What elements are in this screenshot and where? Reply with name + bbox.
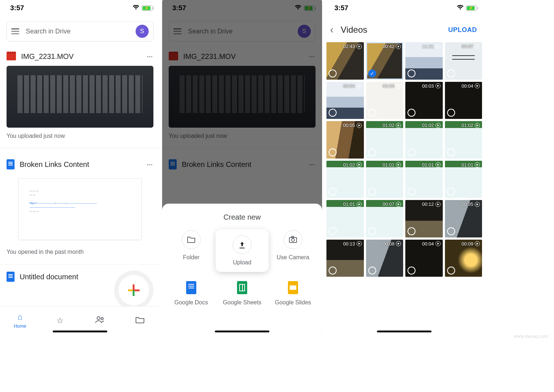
doc-thumbnail[interactable]: — — —— — https://———————/————/——————————… <box>7 175 153 244</box>
wifi-icon <box>132 4 140 12</box>
play-icon <box>435 202 441 207</box>
create-camera[interactable]: Use Camera <box>268 230 318 271</box>
select-circle[interactable] <box>368 109 376 117</box>
select-circle[interactable] <box>408 109 416 117</box>
select-circle[interactable] <box>368 188 376 196</box>
fab-new-button[interactable] <box>119 275 149 305</box>
picker-title: Videos <box>337 25 448 35</box>
select-circle[interactable] <box>368 148 376 156</box>
select-circle[interactable] <box>329 109 337 117</box>
home-indicator[interactable] <box>53 331 107 332</box>
video-thumb[interactable]: 11:21 <box>405 42 443 80</box>
video-thumb[interactable]: 00:08 <box>366 240 404 277</box>
sheet-title: Create new <box>166 213 318 221</box>
play-icon <box>435 83 441 88</box>
video-thumb[interactable]: 01:02 <box>405 121 443 159</box>
upload-icon <box>233 235 252 254</box>
search-bar[interactable]: Search in Drive S <box>7 21 153 41</box>
video-thumb[interactable]: 01:02 <box>366 121 404 159</box>
sheet-item-label: Google Sheets <box>223 299 261 306</box>
file-row-doc[interactable]: Broken Links Content ⋯ <box>0 148 160 175</box>
video-thumb[interactable]: 00:35 <box>445 200 482 237</box>
play-icon <box>396 202 401 207</box>
status-icons: ⚡ <box>457 4 477 12</box>
select-circle[interactable] <box>447 267 455 275</box>
home-indicator[interactable] <box>215 331 269 332</box>
home-indicator[interactable] <box>377 331 431 332</box>
nav-files[interactable] <box>120 307 160 335</box>
create-sheets[interactable]: Google Sheets <box>217 281 268 306</box>
upload-button[interactable]: UPLOAD <box>448 26 477 34</box>
select-circle[interactable] <box>408 148 416 156</box>
create-slides[interactable]: Google Slides <box>268 281 318 306</box>
select-circle[interactable] <box>408 188 416 196</box>
select-circle[interactable] <box>329 188 337 196</box>
account-avatar[interactable]: S <box>136 25 149 38</box>
file-name: IMG_2231.MOV <box>21 52 142 61</box>
select-circle[interactable] <box>408 227 416 235</box>
play-icon <box>475 202 480 207</box>
select-circle[interactable] <box>368 69 376 77</box>
video-thumb[interactable]: 01:02 <box>326 161 364 198</box>
google-slides-icon <box>288 281 298 294</box>
create-upload[interactable]: Upload <box>217 230 268 271</box>
video-thumb[interactable]: 00:12 <box>405 200 443 237</box>
more-icon[interactable]: ⋯ <box>147 161 153 168</box>
select-circle[interactable] <box>447 227 455 235</box>
play-icon <box>357 44 362 49</box>
select-circle[interactable] <box>329 148 337 156</box>
video-thumb[interactable]: 00:04 <box>326 82 364 119</box>
select-circle[interactable] <box>447 148 455 156</box>
play-icon <box>475 44 480 49</box>
select-circle[interactable] <box>329 267 337 275</box>
sheet-item-label: Google Slides <box>275 299 311 306</box>
battery-icon: ⚡ <box>142 5 153 11</box>
video-thumb[interactable]: 01:01 <box>326 200 364 237</box>
select-circle[interactable] <box>408 69 416 77</box>
doc-file-icon <box>7 272 15 282</box>
video-duration: 01:02 <box>422 123 441 128</box>
video-thumb[interactable]: 01:01 <box>405 161 443 198</box>
picker-header: ‹ Videos UPLOAD <box>324 16 484 42</box>
video-thumb[interactable]: 00:42 <box>366 42 404 80</box>
sheet-item-label: Folder <box>183 254 199 261</box>
video-duration: 00:05 <box>382 83 401 89</box>
video-thumb[interactable]: 00:05 <box>366 82 404 119</box>
back-button[interactable]: ‹ <box>329 23 337 37</box>
create-docs[interactable]: Google Docs <box>166 281 217 306</box>
screen-drive-home: 3:57 ⚡ Search in Drive S IMG_2231.MOV ⋯ … <box>0 0 160 335</box>
video-thumb[interactable]: 01:01 <box>366 161 404 198</box>
select-circle[interactable] <box>408 267 416 275</box>
video-thumb[interactable]: 00:04 <box>445 82 482 119</box>
select-circle[interactable] <box>329 69 337 77</box>
video-thumb[interactable]: 00:07 <box>445 42 482 80</box>
video-duration: 01:01 <box>422 162 441 168</box>
video-thumb[interactable]: 01:02 <box>445 121 482 159</box>
video-thumb[interactable]: 00:05 <box>326 121 364 159</box>
video-thumbnail[interactable] <box>7 66 153 128</box>
create-folder[interactable]: Folder <box>166 230 217 271</box>
video-thumb[interactable]: 01:01 <box>445 161 482 198</box>
select-circle[interactable] <box>368 267 376 275</box>
select-circle[interactable] <box>447 69 455 77</box>
play-icon <box>435 241 441 246</box>
select-circle[interactable] <box>368 227 376 235</box>
select-circle[interactable] <box>447 109 455 117</box>
video-thumb[interactable]: 00:13 <box>326 240 364 277</box>
video-duration: 01:01 <box>382 162 401 168</box>
video-thumb[interactable]: 02:43 <box>326 42 364 80</box>
file-row-video[interactable]: IMG_2231.MOV ⋯ <box>0 41 160 66</box>
video-thumb[interactable]: 00:03 <box>405 82 443 119</box>
doc-file-icon <box>7 159 15 169</box>
nav-home[interactable]: ⌂ Home <box>0 307 40 335</box>
select-circle[interactable] <box>329 227 337 235</box>
video-duration: 00:13 <box>343 241 362 247</box>
video-thumb[interactable]: 00:09 <box>445 240 482 277</box>
select-circle[interactable] <box>447 188 455 196</box>
menu-icon[interactable] <box>11 28 19 34</box>
more-icon[interactable]: ⋯ <box>147 53 153 60</box>
video-thumb[interactable]: 00:04 <box>405 240 443 277</box>
video-thumb[interactable]: 00:07 <box>366 200 404 237</box>
video-duration: 00:35 <box>461 201 480 207</box>
file-meta: You uploaded just now <box>0 128 160 148</box>
